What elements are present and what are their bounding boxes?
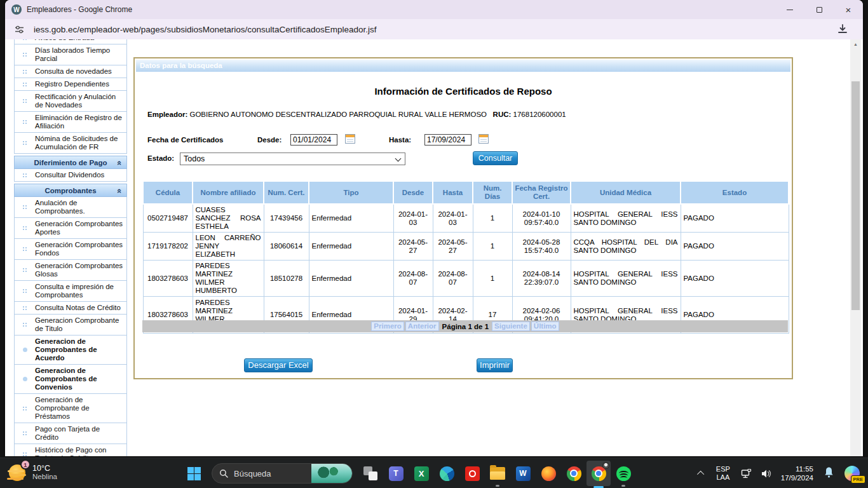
sidebar-item-dias-laborados[interactable]: Días laborados Tiempo Parcial [14,44,127,65]
sidebar-item-comprobante-titulo[interactable]: Generacion Comprobante de Titulo [14,314,127,336]
col-header-fecharegistro: Fecha Registro Cert. [512,181,571,204]
imprimir-button[interactable]: Imprimir [477,358,513,372]
url-bar[interactable]: iess.gob.ec/empleador-web/pages/subsidio… [5,19,863,39]
pagination-bar: Primero Anterior Página 1 de 1 Siguiente… [142,320,788,332]
grip-icon [15,405,35,412]
copilot-button[interactable]: PRE [844,466,860,482]
sidebar-item-historico-pago[interactable]: Histórico de Pago con Tarjeta de Crédito [14,444,127,456]
pagination-last-button[interactable]: Último [531,322,559,331]
language-indicator[interactable]: ESP LAA [716,465,730,482]
sidebar-item-nomina-solicitudes[interactable]: Nómina de Solicitudes de Acumulación de … [14,132,127,154]
desde-calendar-icon[interactable] [345,134,355,144]
firefox-icon [541,466,556,481]
clock-time: 11:55 [781,464,813,473]
volume-icon[interactable] [760,468,772,480]
sidebar-item-eliminacion-registro[interactable]: Eliminación de Registro de Afiliación [14,111,127,133]
maximize-button[interactable] [804,0,834,19]
url-text[interactable]: iess.gob.ec/empleador-web/pages/subsidio… [34,25,836,34]
download-icon[interactable] [836,23,849,36]
sidebar-item-comprobantes-convenios[interactable]: Generacion de Comprobantes de Convenios [14,364,127,394]
clock[interactable]: 11:55 17/9/2024 [781,464,813,482]
pagination-info: Página 1 de 1 [442,323,489,330]
pagination-next-button[interactable]: Siguiente [492,322,530,331]
taskbar-center: Búsqueda T X W [181,458,636,488]
search-daily-image[interactable] [311,463,352,484]
sidebar-item-registro-dependientes[interactable]: Registro Dependientes [14,78,127,91]
chrome-icon [567,466,581,481]
task-view-button[interactable] [358,458,383,488]
sidebar-section-diferimiento[interactable]: Diferimiento de Pago « [14,156,127,169]
teams-icon: T [389,466,403,481]
table-header-row: Cédula Nombre afiliado Num. Cert. Tipo D… [143,181,789,204]
acrobat-app-button[interactable] [459,458,485,488]
sidebar-item-consulta-impresion[interactable]: Consulta e impresión de Comprobantes [14,280,127,302]
sidebar-item-generacion-aportes[interactable]: Generación Comprobantes Aportes [14,217,127,239]
col-header-cedula: Cédula [143,181,193,204]
clock-date: 17/9/2024 [781,473,813,482]
spotify-app-button[interactable] [611,458,636,488]
grip-icon [15,39,35,41]
network-icon[interactable] [740,468,752,480]
sidebar-item-comprobantes-acuerdo[interactable]: Generacion de Comprobantes de Acuerdo [14,335,127,365]
descargar-excel-button[interactable]: Descargar Excel [244,358,313,372]
pagination-prev-button[interactable]: Anterior [405,322,439,331]
collapse-chevron-icon[interactable]: « [115,161,125,165]
file-explorer-button[interactable] [485,458,510,488]
minimize-button[interactable] [775,0,804,19]
weather-condition: Neblina [32,473,57,480]
excel-app-button[interactable]: X [409,458,434,488]
sidebar-item-anulacion-comprobantes[interactable]: Anulación de Comprobantes. [14,196,127,218]
bullet-icon [15,377,35,381]
sidebar-item-rectificacion[interactable]: Rectificación y Anulación de Novedades [14,90,127,112]
sidebar-item-comprobante-prestamos[interactable]: Generación de Comprobante de Préstamos [14,393,127,423]
collapse-chevron-icon[interactable]: « [115,189,125,193]
page-content: Avisos de Entrada Días laborados Tiempo … [5,39,863,456]
edge-app-button[interactable] [434,458,459,488]
hasta-calendar-icon[interactable] [478,134,489,144]
consultar-button[interactable]: Consultar [473,151,518,165]
notification-bell-icon[interactable] [822,466,836,482]
tray-overflow-chevron[interactable] [693,471,710,476]
chrome-window: W Empleadores - Google Chrome × iess.gob… [5,0,863,456]
firefox-app-button[interactable] [536,458,561,488]
teams-app-button[interactable]: T [383,458,409,488]
fecha-row: Fecha de Certificados Desde: Hasta: [135,136,792,149]
empleador-value: GOBIERNO AUTONOMO DESCENTRALIZADO PARROQ… [189,111,487,118]
folder-icon [490,467,505,480]
empleador-label: Empleador: [147,111,187,118]
sidebar-item-consultar-dividendos[interactable]: Consultar Dividendos [14,168,127,182]
excel-icon: X [414,466,429,481]
grip-icon [15,204,35,210]
profile-avatar-badge [602,462,609,469]
sidebar-section-comprobantes[interactable]: Comprobantes « [14,184,127,197]
site-info-icon[interactable] [14,24,25,35]
chrome-active-window-button[interactable] [587,461,611,486]
scrollbar-thumb[interactable] [851,81,860,310]
word-app-button[interactable]: W [510,458,536,488]
sidebar-item-pago-tarjeta[interactable]: Pago con Tarjeta de Crédito [14,423,127,444]
scrollbar-up-arrow[interactable]: ▲ [850,39,861,49]
sidebar-item-generacion-fondos[interactable]: Generación Comprobantes Fondos [14,238,127,260]
grip-icon [15,119,35,125]
sidebar-item-consulta-novedades[interactable]: Consulta de novedades [14,65,127,78]
page-scrollbar[interactable]: ▲ [850,39,861,456]
taskbar-search[interactable]: Búsqueda [212,463,353,484]
system-tray: ESP LAA 11:55 17/9/2024 [693,458,863,488]
sidebar-item-notas-credito[interactable]: Consulta Notas de Crédito [14,301,127,315]
estado-select[interactable]: Todos [180,152,405,165]
start-button[interactable] [181,458,207,488]
weather-widget[interactable]: 1 10°C Neblina [8,463,57,482]
hasta-input[interactable] [424,134,471,146]
pagination-first-button[interactable]: Primero [371,322,403,331]
ruc-value: 1768120600001 [513,111,566,118]
page-title: Información de Certificados de Reposo [135,86,792,97]
chrome-app-button[interactable] [561,458,587,488]
desde-input[interactable] [290,134,337,146]
sidebar-item-generacion-glosas[interactable]: Generación Comprobantes Glosas [14,259,127,281]
col-header-unidadmedica: Unidad Médica [571,181,681,204]
taskbar: 1 10°C Neblina Búsqueda [0,458,868,488]
close-button[interactable]: × [834,0,863,19]
col-header-estado: Estado [681,181,789,204]
window-titlebar: W Empleadores - Google Chrome × [5,0,863,19]
grip-icon [15,225,35,231]
